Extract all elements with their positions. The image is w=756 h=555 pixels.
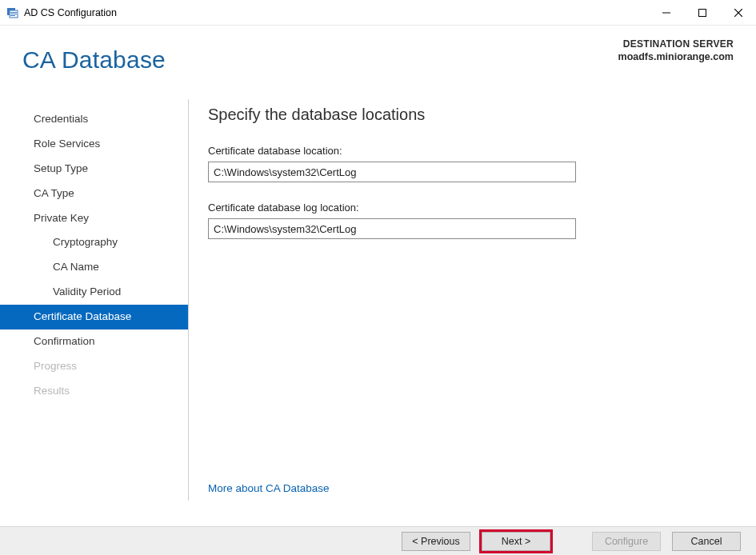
svg-rect-2 [10,12,17,13]
content-panel: Specify the database locations Certifica… [189,99,756,501]
db-location-input[interactable] [208,162,576,182]
next-button[interactable]: Next > [482,532,550,551]
sidebar-item-private-key[interactable]: Private Key [0,206,188,231]
next-wrap: Next > [479,529,553,553]
wizard-steps-sidebar: CredentialsRole ServicesSetup TypeCA Typ… [0,99,189,501]
db-location-group: Certificate database location: [208,145,732,182]
log-location-group: Certificate database log location: [208,202,732,239]
svg-rect-3 [10,14,17,14]
cancel-button[interactable]: Cancel [672,532,741,551]
destination-server: moadfs.miniorange.com [618,51,734,62]
sidebar-item-progress: Progress [0,354,188,379]
previous-wrap: < Previous [399,529,473,553]
sidebar-item-ca-name[interactable]: CA Name [0,255,188,280]
sidebar-item-results: Results [0,379,188,404]
app-icon [6,6,19,19]
window-title: AD CS Configuration [24,7,117,18]
titlebar: AD CS Configuration [0,0,756,26]
sidebar-item-confirmation[interactable]: Confirmation [0,329,188,354]
header-area: CA Database DESTINATION SERVER moadfs.mi… [0,26,756,99]
destination-label: DESTINATION SERVER [618,38,734,50]
footer-bar: < Previous Next > Configure Cancel [0,526,756,555]
sidebar-item-setup-type[interactable]: Setup Type [0,157,188,182]
log-location-label: Certificate database log location: [208,202,732,214]
content-heading: Specify the database locations [208,106,732,124]
sidebar-item-certificate-database[interactable]: Certificate Database [0,305,188,329]
svg-rect-4 [10,15,15,16]
sidebar-item-role-services[interactable]: Role Services [0,132,188,157]
minimize-button[interactable] [648,0,684,26]
previous-button[interactable]: < Previous [402,532,470,551]
sidebar-item-credentials[interactable]: Credentials [0,107,188,132]
configure-button: Configure [592,532,661,551]
db-location-label: Certificate database location: [208,145,732,157]
destination-block: DESTINATION SERVER moadfs.miniorange.com [618,38,734,62]
log-location-input[interactable] [208,218,576,239]
maximize-button[interactable] [684,0,720,26]
sidebar-item-ca-type[interactable]: CA Type [0,182,188,206]
svg-rect-6 [698,10,706,17]
sidebar-item-validity-period[interactable]: Validity Period [0,280,188,305]
sidebar-item-cryptography[interactable]: Cryptography [0,230,188,255]
main-area: CredentialsRole ServicesSetup TypeCA Typ… [0,99,756,501]
window-controls [648,0,756,26]
cancel-wrap: Cancel [670,529,743,553]
configure-wrap: Configure [590,529,663,553]
more-about-link[interactable]: More about CA Database [208,482,330,494]
close-button[interactable] [720,0,756,26]
